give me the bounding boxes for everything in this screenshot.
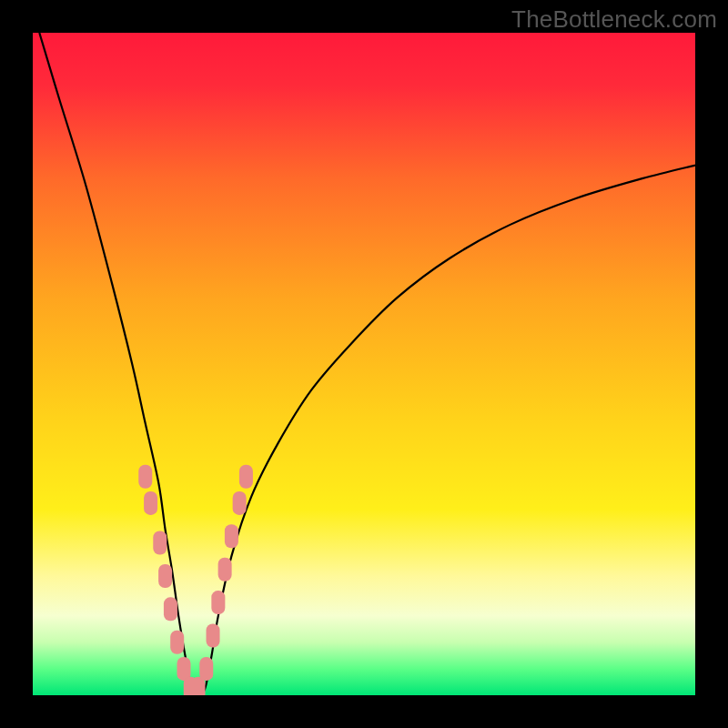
highlight-pill — [138, 465, 152, 489]
highlight-pill — [144, 491, 157, 515]
chart-svg — [33, 33, 695, 695]
highlight-pill — [233, 491, 247, 515]
highlight-pill — [211, 591, 225, 614]
highlight-pill — [218, 558, 232, 581]
highlight-pill — [164, 597, 177, 621]
highlight-pill — [225, 524, 238, 548]
highlight-pill — [153, 531, 167, 555]
highlight-pill — [199, 657, 213, 681]
highlight-pill — [207, 623, 220, 647]
highlight-pill — [239, 465, 253, 489]
highlight-pill — [170, 631, 184, 654]
chart-frame: TheBottleneck.com — [0, 0, 728, 728]
plot-area — [33, 33, 695, 695]
highlight-pill — [158, 564, 172, 588]
watermark-text: TheBottleneck.com — [511, 5, 717, 34]
